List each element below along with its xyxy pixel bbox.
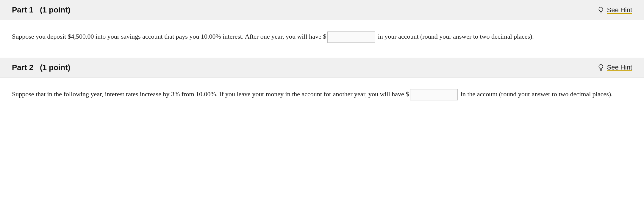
part-2-title: Part 2 (1 point): [12, 63, 70, 72]
part-2-see-hint-button[interactable]: See Hint: [597, 64, 632, 71]
part-2-section: Part 2 (1 point) See Hint Suppose that i…: [0, 58, 644, 115]
part-1-question: Suppose you deposit $4,500.00 into your …: [12, 33, 534, 40]
part-2-question: Suppose that in the following year, inte…: [12, 90, 613, 98]
part-2-question-before: Suppose that in the following year, inte…: [12, 90, 409, 98]
part-1-section: Part 1 (1 point) See Hint Suppose you de…: [0, 0, 644, 58]
part-2-points: (1 point): [40, 63, 71, 72]
part-2-header: Part 2 (1 point) See Hint: [0, 58, 644, 78]
lightbulb-icon-2: [597, 64, 605, 71]
part-1-answer-input[interactable]: [327, 31, 375, 43]
lightbulb-icon: [597, 6, 605, 14]
part-1-title: Part 1 (1 point): [12, 5, 70, 15]
part-1-content: Suppose you deposit $4,500.00 into your …: [0, 20, 644, 58]
part-2-question-after: in the account (round your answer to two…: [459, 90, 612, 98]
part-1-title-text: Part 1: [12, 5, 33, 14]
part-1-question-after: in your account (round your answer to tw…: [376, 33, 534, 40]
part-1-see-hint-button[interactable]: See Hint: [597, 6, 632, 14]
part-2-content: Suppose that in the following year, inte…: [0, 78, 644, 115]
part-1-points: (1 point): [40, 5, 71, 14]
part-1-hint-label: See Hint: [607, 6, 632, 14]
part-2-answer-input[interactable]: [410, 89, 458, 100]
part-1-question-before: Suppose you deposit $4,500.00 into your …: [12, 33, 326, 40]
part-2-hint-label: See Hint: [607, 64, 632, 71]
part-2-title-text: Part 2: [12, 63, 33, 72]
part-1-header: Part 1 (1 point) See Hint: [0, 0, 644, 20]
